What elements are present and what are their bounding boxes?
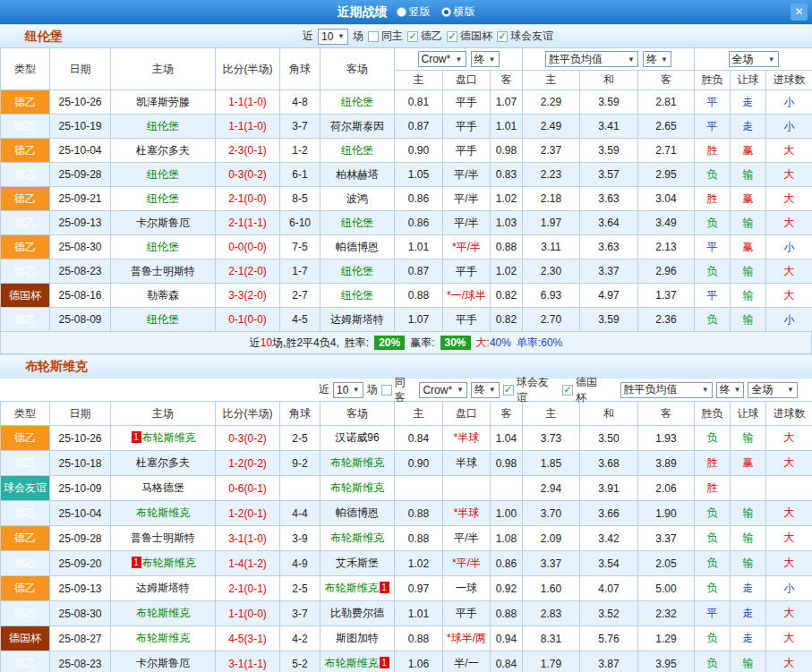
match-date: 25-09-28 (50, 526, 111, 551)
home-team: 1布轮斯维克 (111, 551, 216, 576)
match-type: 德乙 (1, 551, 50, 576)
layout-option-label: 竖版 (409, 4, 431, 20)
avg-away: 2.96 (638, 259, 695, 284)
odds-handicap: 平/半 (443, 211, 491, 235)
recent-prefix: 近 (303, 29, 313, 44)
home-team: 纽伦堡 (111, 308, 216, 332)
team-label: 纽伦堡 (147, 168, 179, 181)
col-odds-handicap: 盘口 (443, 402, 491, 426)
match-corners: 7-5 (280, 235, 321, 259)
match-corners: 6-1 (280, 163, 321, 187)
odds-time-select[interactable]: 终▼ (471, 382, 500, 398)
odds-home: 0.81 (395, 90, 443, 115)
chevron-down-icon: ▼ (787, 386, 794, 394)
comp-checkbox-league[interactable]: ✓德乙 (407, 29, 442, 44)
away-team: 纽伦堡 (321, 284, 395, 308)
col-score: 比分(半场) (216, 402, 280, 426)
avg-time-select[interactable]: 终▼ (716, 382, 745, 398)
avg-away: 2.13 (638, 235, 695, 259)
match-date: 25-09-28 (50, 163, 111, 187)
avg-type-select[interactable]: 胜平负均值▼ (620, 382, 713, 398)
same-venue-checkbox[interactable]: ✓同客 (381, 375, 416, 405)
chevron-down-icon: ▼ (661, 55, 668, 64)
match-type: 德乙 (1, 601, 50, 626)
odds-handicap: 平手 (443, 308, 491, 332)
odds-away: 0.92 (491, 576, 523, 601)
result-goals: 大 (766, 551, 812, 576)
team-label: 波鸿 (346, 192, 368, 205)
match-row: 德乙25-08-23卡尔斯鲁厄3-1(1-1)5-2布轮斯维克11.06半/一0… (1, 651, 812, 672)
result-handicap: 输 (731, 526, 766, 551)
team-label: 杜塞尔多夫 (136, 456, 190, 469)
match-date: 25-08-27 (50, 626, 111, 651)
result-handicap: 输 (731, 651, 766, 672)
checkbox-label: 同客 (395, 375, 416, 405)
match-score: 3-1(1-0) (216, 526, 280, 551)
avg-time-select[interactable]: 终▼ (643, 51, 671, 67)
checkbox-label: 德国杯 (460, 29, 492, 44)
select-value: 终 (474, 52, 485, 67)
match-score: 2-1(2-0) (216, 259, 280, 284)
away-team: 波鸿 (321, 187, 395, 211)
match-score: 0-1(0-0) (216, 308, 280, 332)
result-handicap: 输 (731, 284, 766, 308)
match-row: 球会友谊25-10-09马格德堡0-6(0-1)布轮斯维克2.943.912.0… (1, 476, 812, 501)
result-outcome: 负 (695, 501, 731, 526)
comp-checkbox-cup[interactable]: ✓德国杯 (562, 375, 608, 405)
col-type: 类型 (1, 402, 50, 426)
match-type: 德乙 (1, 187, 50, 211)
avg-draw: 3.68 (580, 451, 638, 476)
chevron-down-icon: ▼ (353, 386, 360, 394)
match-corners: 8-5 (280, 187, 321, 211)
away-team: 柏林赫塔 (321, 163, 395, 187)
layout-option-vertical[interactable]: 竖版 (397, 4, 431, 20)
home-team: 1布轮斯维克 (111, 426, 216, 451)
team-label: 斯图加特 (336, 632, 379, 644)
close-icon[interactable]: ✕ (791, 4, 808, 21)
layout-option-horizontal[interactable]: 横版 (441, 4, 475, 20)
check-icon: ✓ (448, 31, 456, 41)
match-type: 德乙 (1, 576, 50, 601)
recent-count-select[interactable]: 10▼ (333, 382, 363, 398)
result-goals: 小 (766, 576, 812, 601)
away-team: 艾禾斯堡 (321, 551, 395, 576)
result-handicap: 输 (731, 259, 766, 284)
result-goals: 大 (766, 284, 812, 308)
check-icon: ✓ (498, 31, 506, 41)
result-handicap: 输 (731, 308, 766, 332)
team-name: 布轮斯维克 (25, 359, 88, 375)
same-venue-checkbox[interactable]: ✓同主 (368, 29, 403, 44)
scope-select[interactable]: 全场▼ (729, 51, 779, 67)
scope-select[interactable]: 全场▼ (748, 382, 798, 398)
odds-handicap: *平/半 (443, 551, 491, 576)
team-label: 纽伦堡 (341, 289, 373, 302)
away-team: 布轮斯维克1 (321, 576, 395, 601)
recent-count-select[interactable]: 10▼ (318, 29, 348, 45)
avg-draw: 3.64 (580, 211, 638, 235)
match-type: 德乙 (1, 259, 50, 284)
result-handicap: 赢 (731, 235, 766, 259)
summary-bar: 近10场,胜2平4负4, 胜率: 20% 赢率: 30% 大:40% 单率:60… (0, 332, 812, 354)
comp-checkbox-friendly[interactable]: ✓球会友谊 (503, 375, 559, 405)
comp-checkbox-cup[interactable]: ✓德国杯 (447, 29, 492, 44)
match-corners: 4-2 (280, 626, 321, 651)
cover-rate-badge: 30% (440, 336, 471, 350)
recent-prefix: 近 (319, 382, 329, 397)
match-row: 德乙25-10-18杜塞尔多夫1-2(0-2)9-2布轮斯维克0.90半球0.9… (1, 451, 812, 476)
odds-away: 1.03 (491, 211, 523, 235)
header-row: 类型 日期 主场 比分(半场) 角球 客场 主 盘口 客 主 和 客 胜负 让球… (1, 402, 812, 426)
match-type: 德乙 (1, 211, 50, 235)
bookmaker-select[interactable]: Crow*▼ (418, 51, 466, 67)
avg-away: 3.04 (638, 187, 695, 211)
avg-draw: 3.63 (580, 235, 638, 259)
result-goals: 小 (766, 235, 812, 259)
odds-time-select[interactable]: 终▼ (471, 51, 500, 67)
comp-checkbox-friendly[interactable]: ✓球会友谊 (497, 29, 553, 44)
team-label: 柏林赫塔 (336, 168, 379, 181)
avg-type-select[interactable]: 胜平负均值▼ (545, 51, 638, 67)
avg-draw: 3.66 (580, 501, 638, 526)
bookmaker-select[interactable]: Crow*▼ (419, 382, 467, 398)
result-handicap: 走 (731, 626, 766, 651)
home-team: 普鲁士明斯特 (111, 526, 216, 551)
result-goals: 大 (766, 601, 812, 626)
